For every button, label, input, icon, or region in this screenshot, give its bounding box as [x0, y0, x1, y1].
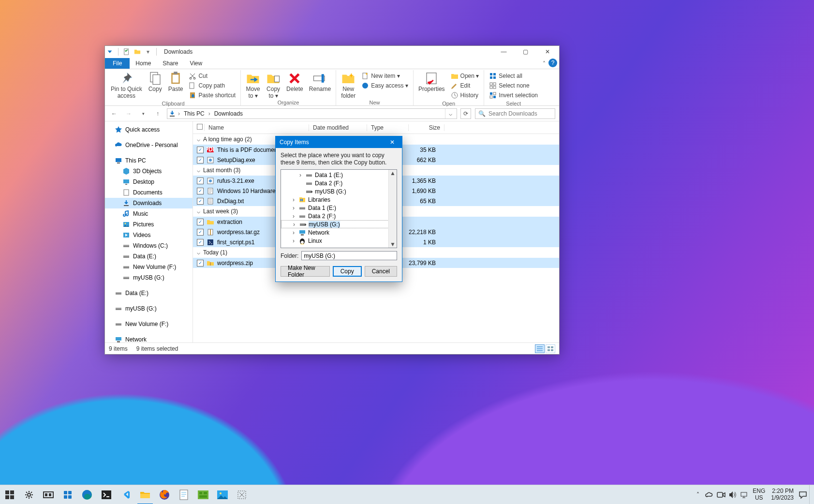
- nav-item[interactable]: Windows (C:): [105, 240, 192, 251]
- copy-button[interactable]: Copy: [145, 70, 165, 92]
- search-box[interactable]: 🔍 Search Downloads: [475, 108, 555, 119]
- tree-node[interactable]: Data 2 (F:): [281, 179, 397, 187]
- maximize-button[interactable]: ▢: [515, 46, 536, 58]
- history-button[interactable]: History: [448, 90, 482, 100]
- expand-icon[interactable]: ›: [291, 205, 296, 211]
- cut-button[interactable]: Cut: [186, 71, 238, 81]
- help-icon[interactable]: ?: [548, 59, 557, 67]
- tab-file[interactable]: File: [105, 58, 130, 69]
- tab-view[interactable]: View: [184, 58, 208, 69]
- meet-now-icon[interactable]: [716, 485, 726, 504]
- nav-pane[interactable]: Quick access OneDrive - Personal This PC…: [105, 121, 193, 342]
- edge-button[interactable]: [77, 485, 97, 504]
- col-size[interactable]: Size: [409, 124, 444, 131]
- explorer-button[interactable]: [135, 485, 155, 504]
- checkbox[interactable]: ✓: [197, 157, 204, 163]
- nav-item[interactable]: Data (E:): [105, 288, 192, 298]
- nav-item[interactable]: Network: [105, 334, 192, 342]
- refresh-button[interactable]: ⟳: [460, 108, 471, 119]
- copy-to-button[interactable]: Copy to ▾: [263, 70, 283, 99]
- checkbox[interactable]: ✓: [197, 229, 204, 236]
- new-folder-button[interactable]: New folder: [338, 70, 358, 99]
- copy-path-button[interactable]: Copy path: [186, 81, 238, 90]
- folder-input[interactable]: [301, 251, 397, 260]
- pin-quickaccess-button[interactable]: Pin to Quick access: [108, 70, 145, 99]
- up-button[interactable]: ↑: [152, 108, 163, 119]
- edit-button[interactable]: Edit: [448, 81, 482, 90]
- col-type[interactable]: Type: [367, 124, 409, 131]
- crumb-downloads[interactable]: Downloads: [212, 110, 245, 117]
- vscode-button[interactable]: [116, 485, 135, 504]
- select-none-button[interactable]: Select none: [486, 81, 541, 90]
- widgets-button[interactable]: [58, 485, 77, 504]
- checkbox[interactable]: ✓: [197, 239, 204, 246]
- tab-share[interactable]: Share: [157, 58, 184, 69]
- start-button[interactable]: [0, 485, 19, 504]
- regedit-button[interactable]: [193, 485, 213, 504]
- show-desktop-button[interactable]: [809, 485, 812, 504]
- paste-shortcut-button[interactable]: Paste shortcut: [186, 90, 238, 100]
- properties-icon[interactable]: [123, 48, 131, 56]
- checkbox[interactable]: ✓: [197, 260, 204, 267]
- nav-quickaccess[interactable]: Quick access: [105, 124, 192, 135]
- nav-thispc[interactable]: This PC: [105, 155, 192, 166]
- forward-button[interactable]: →: [123, 108, 134, 119]
- nav-item[interactable]: 3D Objects: [105, 166, 192, 177]
- expand-icon[interactable]: ›: [291, 229, 296, 236]
- tree-node[interactable]: myUSB (G:): [281, 187, 397, 195]
- tree-scrollbar[interactable]: ▲▼: [388, 170, 397, 248]
- col-date[interactable]: Date modified: [309, 124, 367, 131]
- firefox-button[interactable]: [155, 485, 174, 504]
- address-dropdown[interactable]: ⌵: [445, 109, 456, 119]
- notepad-button[interactable]: [174, 485, 193, 504]
- terminal-button[interactable]: [97, 485, 116, 504]
- tree-node[interactable]: › Linux: [281, 237, 397, 245]
- photos-button[interactable]: [213, 485, 232, 504]
- col-name[interactable]: Name: [205, 124, 309, 131]
- details-view-button[interactable]: [535, 344, 545, 353]
- invert-selection-button[interactable]: Invert selection: [486, 90, 541, 100]
- dialog-close-button[interactable]: ✕: [383, 136, 402, 148]
- checkbox[interactable]: ✓: [197, 147, 204, 153]
- col-checkbox[interactable]: [193, 124, 205, 131]
- volume-icon[interactable]: [727, 485, 738, 504]
- checkbox[interactable]: ✓: [197, 178, 204, 184]
- network-icon[interactable]: [739, 485, 750, 504]
- tree-node[interactable]: › Data 2 (F:): [281, 212, 397, 220]
- checkbox[interactable]: ✓: [197, 219, 204, 225]
- nav-item[interactable]: New Volume (F:): [105, 319, 192, 329]
- copy-button[interactable]: Copy: [333, 266, 362, 277]
- delete-button[interactable]: Delete: [283, 70, 306, 92]
- onedrive-tray-icon[interactable]: [704, 485, 715, 504]
- recent-button[interactable]: ▾: [138, 108, 148, 119]
- expand-icon[interactable]: ›: [297, 172, 303, 178]
- make-new-folder-button[interactable]: Make New Folder: [281, 266, 330, 277]
- clock[interactable]: 2:20 PM1/9/2023: [768, 488, 797, 501]
- select-all-button[interactable]: Select all: [486, 71, 541, 81]
- nav-onedrive[interactable]: OneDrive - Personal: [105, 140, 192, 150]
- cancel-button[interactable]: Cancel: [365, 266, 397, 277]
- expand-icon[interactable]: ›: [291, 196, 296, 203]
- settings-button[interactable]: [19, 485, 39, 504]
- nav-item[interactable]: Documents: [105, 187, 192, 198]
- collapse-ribbon-icon[interactable]: ˄: [543, 60, 546, 67]
- dialog-titlebar[interactable]: Copy Items ✕: [276, 136, 402, 148]
- address-bar[interactable]: › This PC › Downloads ⌵: [167, 108, 457, 119]
- downarrow-icon[interactable]: [106, 48, 114, 56]
- paste-button[interactable]: Paste: [165, 70, 186, 92]
- close-button[interactable]: ✕: [536, 46, 558, 58]
- move-to-button[interactable]: Move to ▾: [243, 70, 263, 99]
- expand-icon[interactable]: ›: [291, 237, 296, 244]
- nav-item[interactable]: Videos: [105, 230, 192, 240]
- nav-item[interactable]: Downloads: [105, 198, 192, 208]
- new-item-button[interactable]: New item ▾: [358, 71, 411, 81]
- tab-home[interactable]: Home: [130, 58, 157, 69]
- tree-node[interactable]: › myUSB (G:): [281, 220, 397, 228]
- nav-item[interactable]: myUSB (G:): [105, 272, 192, 283]
- nav-item[interactable]: Pictures: [105, 219, 192, 230]
- expand-icon[interactable]: ▾: [144, 48, 152, 56]
- expand-icon[interactable]: ›: [291, 221, 297, 228]
- checkbox[interactable]: ✓: [197, 198, 204, 205]
- language-indicator[interactable]: ENGUS: [751, 488, 767, 501]
- tray-overflow-icon[interactable]: ˄: [693, 485, 703, 504]
